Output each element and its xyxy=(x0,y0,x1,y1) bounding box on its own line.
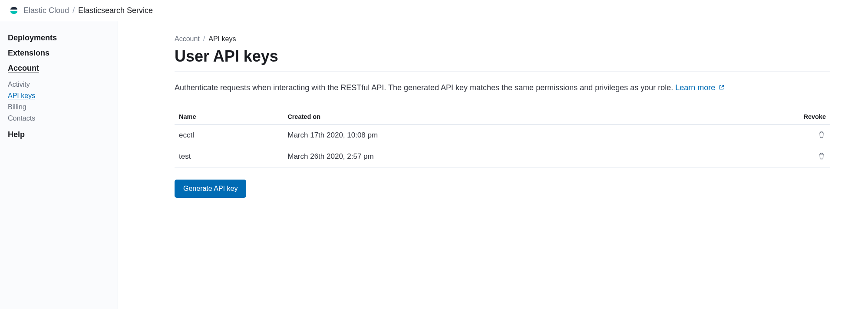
sidebar-item-deployments[interactable]: Deployments xyxy=(8,33,110,43)
sidebar-sub-billing[interactable]: Billing xyxy=(8,101,110,113)
cell-name: test xyxy=(175,146,283,167)
learn-more-label: Learn more xyxy=(675,83,715,92)
trash-icon xyxy=(818,152,825,160)
breadcrumb-separator: / xyxy=(203,35,205,43)
generate-api-key-button[interactable]: Generate API key xyxy=(175,180,246,198)
table-row: test March 26th 2020, 2:57 pm xyxy=(175,146,830,167)
breadcrumb-current: API keys xyxy=(208,35,236,43)
main-content: Account / API keys User API keys Authent… xyxy=(118,21,856,309)
api-keys-table: Name Created on Revoke ecctl March 17th … xyxy=(175,110,830,167)
page-title: User API keys xyxy=(175,47,830,72)
revoke-button[interactable] xyxy=(817,151,826,160)
table-header-row: Name Created on Revoke xyxy=(175,110,830,125)
sidebar-account-submenu: Activity API keys Billing Contacts xyxy=(8,79,110,124)
sidebar-item-account[interactable]: Account xyxy=(8,64,110,73)
external-link-icon xyxy=(719,82,724,94)
elastic-logo-icon xyxy=(9,5,19,16)
header: Elastic Cloud / Elasticsearch Service xyxy=(0,0,868,21)
sidebar-sub-contacts[interactable]: Contacts xyxy=(8,113,110,124)
sidebar-item-help[interactable]: Help xyxy=(8,130,110,139)
cell-created: March 17th 2020, 10:08 pm xyxy=(283,124,700,146)
breadcrumb-separator: / xyxy=(73,6,75,15)
sidebar-item-extensions[interactable]: Extensions xyxy=(8,49,110,58)
revoke-button[interactable] xyxy=(817,130,826,139)
column-header-name: Name xyxy=(175,110,283,125)
trash-icon xyxy=(818,131,825,138)
breadcrumb-parent[interactable]: Account xyxy=(175,35,200,43)
column-header-revoke: Revoke xyxy=(700,110,830,125)
sidebar-sub-api-keys[interactable]: API keys xyxy=(8,90,110,101)
sidebar-sub-activity[interactable]: Activity xyxy=(8,79,110,90)
learn-more-link[interactable]: Learn more xyxy=(675,83,724,92)
page-description: Authenticate requests when interacting w… xyxy=(175,82,830,94)
table-row: ecctl March 17th 2020, 10:08 pm xyxy=(175,124,830,146)
description-text: Authenticate requests when interacting w… xyxy=(175,83,675,92)
product-name[interactable]: Elastic Cloud xyxy=(23,6,69,15)
sidebar: Deployments Extensions Account Activity … xyxy=(0,21,118,309)
breadcrumb: Account / API keys xyxy=(175,35,830,43)
header-breadcrumb: Elastic Cloud / Elasticsearch Service xyxy=(23,6,153,15)
cell-name: ecctl xyxy=(175,124,283,146)
column-header-created: Created on xyxy=(283,110,700,125)
cell-created: March 26th 2020, 2:57 pm xyxy=(283,146,700,167)
service-name[interactable]: Elasticsearch Service xyxy=(78,6,153,15)
